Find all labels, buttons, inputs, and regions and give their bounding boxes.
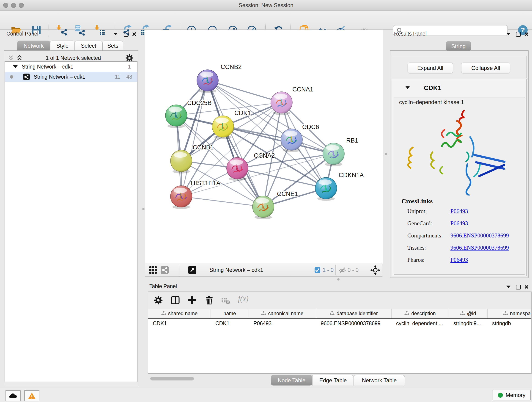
tab-string-results[interactable]: String	[446, 41, 471, 51]
bottom-splitter-handle[interactable]	[337, 278, 340, 281]
tab-network[interactable]: Network	[17, 41, 50, 51]
import-network-file-icon[interactable]	[56, 25, 67, 36]
results-panel-close-icon[interactable]	[524, 32, 529, 36]
birds-eye-view-icon[interactable]	[370, 265, 380, 276]
network-edge[interactable]	[181, 80, 208, 196]
table-cell[interactable]: 9606.ENSP00000378699	[316, 319, 392, 328]
network-edge[interactable]	[208, 80, 282, 102]
collapse-all-button[interactable]: Collapse All	[461, 63, 510, 73]
network-canvas[interactable]: CCNB2CCNA1CDC25BCDK1CDC6RB1CCNB1CCNA2CDK…	[145, 30, 383, 264]
left-splitter-handle[interactable]	[142, 208, 145, 210]
delete-table-icon[interactable]	[221, 296, 230, 306]
control-panel-float-icon[interactable]	[114, 33, 118, 35]
crosslink-value-link[interactable]: P06493	[450, 220, 468, 227]
tab-sets[interactable]: Sets	[102, 41, 123, 51]
column-header-canonical-name[interactable]: canonical name	[249, 309, 316, 318]
network-edge[interactable]	[181, 196, 263, 207]
network-graph[interactable]: CCNB2CCNA1CDC25BCDK1CDC6RB1CCNB1CCNA2CDK…	[145, 30, 383, 264]
network-node-RB1[interactable]	[323, 143, 344, 166]
crosslink-value-link[interactable]: P06493	[450, 208, 468, 215]
table-cell[interactable]: stringdb	[488, 319, 532, 328]
crosslink-label: Compartments:	[407, 232, 443, 239]
network-node-CCNA1[interactable]	[271, 92, 292, 115]
control-panel-maximize-icon[interactable]	[124, 32, 128, 37]
cloud-icon	[9, 393, 17, 399]
expand-all-button[interactable]: Expand All	[408, 63, 453, 73]
string-style-icon[interactable]	[160, 266, 169, 275]
expand-all-chevrons-icon[interactable]	[16, 55, 23, 61]
toolbar-separator	[179, 265, 179, 275]
collapse-all-chevrons-icon[interactable]	[7, 55, 14, 61]
column-header--id[interactable]: @id	[449, 309, 488, 318]
tab-node-table[interactable]: Node Table	[271, 375, 312, 385]
network-node-HIST1H1A[interactable]	[171, 186, 192, 209]
function-builder-icon[interactable]: f(x)	[238, 294, 249, 303]
tree-expander-icon[interactable]	[13, 65, 18, 68]
network-collection-row[interactable]: String Network – cdk1 1	[5, 62, 137, 72]
warning-icon	[28, 392, 36, 399]
shared-column-icon	[161, 311, 166, 317]
string-app-icon	[23, 73, 30, 80]
node-label-CDKN1A: CDKN1A	[339, 172, 364, 179]
current-network-dot-icon	[10, 75, 13, 79]
table-settings-gear-icon[interactable]	[153, 295, 163, 306]
warnings-button[interactable]	[24, 390, 39, 401]
delete-column-trash-icon[interactable]	[204, 295, 214, 306]
table-toolbar: f(x)	[148, 292, 531, 309]
column-header-database-identifier[interactable]: database identifier	[316, 309, 392, 318]
network-node-CDK1[interactable]	[212, 116, 234, 139]
table-header-row[interactable]: shared namenamecanonical namedatabase id…	[148, 309, 532, 319]
tab-select[interactable]: Select	[75, 41, 102, 51]
right-splitter-handle[interactable]	[385, 153, 387, 155]
grid-view-icon[interactable]	[149, 266, 157, 275]
network-node-CCNA2[interactable]	[227, 157, 248, 181]
import-table-file-icon[interactable]	[94, 25, 105, 36]
results-panel-float-icon[interactable]	[506, 33, 510, 35]
table-cell[interactable]: stringdb:9...	[449, 319, 488, 328]
protein-section-collapse-icon[interactable]	[405, 86, 410, 89]
table-cell[interactable]: cyclin–dependent ...	[392, 319, 449, 328]
table-panel-maximize-icon[interactable]	[516, 285, 521, 289]
table-cell[interactable]: P06493	[249, 319, 316, 328]
network-node-CDKN1A[interactable]	[315, 177, 337, 201]
column-header-namespace[interactable]: namespace	[488, 309, 532, 318]
table-cell[interactable]: CDK1	[211, 319, 249, 328]
tab-network-table[interactable]: Network Table	[354, 375, 405, 385]
open-in-new-window-icon[interactable]	[188, 266, 196, 275]
crosslink-label: Pharos:	[407, 257, 424, 263]
column-header-shared-name[interactable]: shared name	[148, 309, 211, 318]
table-horizontal-scrollbar[interactable]	[150, 377, 194, 380]
crosslink-label: GeneCard:	[407, 220, 432, 227]
tab-edge-table[interactable]: Edge Table	[312, 375, 354, 385]
network-node-CCNB1[interactable]	[171, 150, 192, 173]
crosslink-value-link[interactable]: 9606.ENSP00000378699	[450, 232, 509, 239]
network-edge[interactable]	[208, 80, 263, 207]
column-header-description[interactable]: description	[392, 309, 449, 318]
tab-style[interactable]: Style	[50, 41, 75, 51]
column-header-name[interactable]: name	[211, 309, 249, 318]
results-panel-maximize-icon[interactable]	[516, 32, 521, 37]
cloud-status-button[interactable]	[6, 390, 21, 401]
network-row-selected[interactable]: String Network – cdk1 11 48	[5, 72, 137, 82]
table-panel-close-icon[interactable]	[524, 285, 529, 289]
protein-description: cyclin–dependent kinase 1	[399, 99, 464, 105]
shared-column-icon	[503, 311, 508, 317]
shared-column-icon	[261, 311, 266, 317]
import-network-database-icon[interactable]	[74, 25, 85, 36]
crosslink-value-link[interactable]: P06493	[450, 257, 468, 263]
control-panel-close-icon[interactable]	[132, 32, 137, 36]
network-node-CCNE1[interactable]	[253, 196, 274, 219]
table-cell[interactable]: CDK1	[148, 319, 211, 328]
node-label-RB1: RB1	[346, 137, 358, 144]
table-row[interactable]: CDK1CDK1P064939606.ENSP00000378699cyclin…	[148, 319, 532, 328]
table-panel-float-icon[interactable]	[506, 286, 510, 288]
network-node-CDC6[interactable]	[281, 129, 302, 152]
selected-checkbox-icon[interactable]	[314, 267, 321, 274]
protein-structure-image	[399, 107, 518, 196]
memory-button[interactable]: Memory	[493, 390, 531, 400]
create-column-plus-icon[interactable]	[187, 295, 197, 306]
crosslink-value-link[interactable]: 9606.ENSP00000378699	[450, 245, 509, 251]
show-columns-icon[interactable]	[170, 295, 180, 306]
hidden-eye-slash-icon[interactable]	[339, 267, 346, 275]
network-node-CDC25B[interactable]	[165, 105, 187, 128]
